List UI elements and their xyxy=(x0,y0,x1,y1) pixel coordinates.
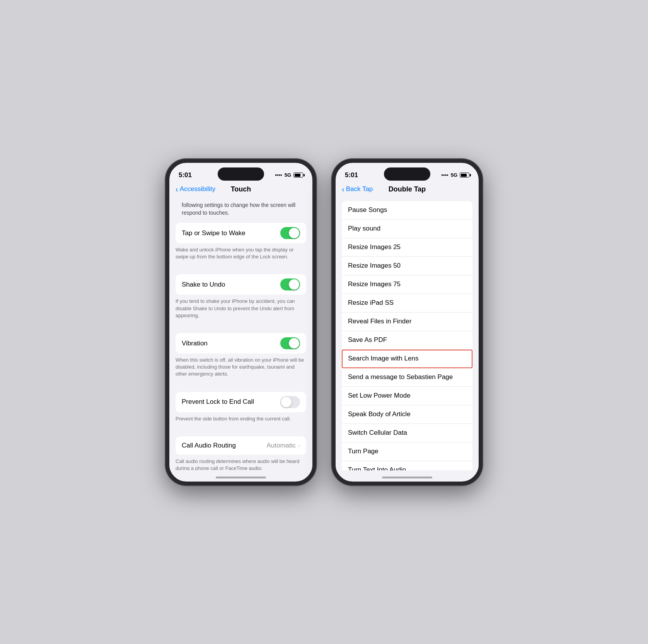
back-chevron-right: ‹ xyxy=(342,185,344,193)
group-tap-wake: Tap or Swipe to Wake Wake and unlock iPh… xyxy=(169,223,312,266)
label-turn-page: Turn Page xyxy=(348,448,379,455)
label-resize-75: Resize Images 75 xyxy=(348,280,401,288)
list-item-resize-75[interactable]: Resize Images 75 xyxy=(342,275,472,294)
battery-fill-left xyxy=(295,174,300,177)
dynamic-island-left xyxy=(218,167,264,181)
phone-left: 5:01 ▪▪▪▪ 5G ‹ Accessibility Touch follo… xyxy=(165,159,316,485)
list-item-switch-cellular[interactable]: Switch Cellular Data xyxy=(342,424,472,442)
list-item-send-message[interactable]: Send a message to Sebastien Page xyxy=(342,368,472,387)
group-prevent-lock: Prevent Lock to End Call Prevent the sid… xyxy=(169,392,312,429)
card-shake-undo: Shake to Undo xyxy=(176,274,306,295)
intro-text: following settings to change how the scr… xyxy=(169,196,312,223)
label-tap-wake: Tap or Swipe to Wake xyxy=(182,229,246,237)
home-indicator-right xyxy=(382,477,432,478)
row-vibration[interactable]: Vibration xyxy=(176,333,306,354)
row-shake-undo[interactable]: Shake to Undo xyxy=(176,274,306,295)
nav-bar-left: ‹ Accessibility Touch xyxy=(169,184,312,196)
toggle-tap-wake[interactable] xyxy=(280,227,300,239)
signal-icon-left: ▪▪▪▪ xyxy=(275,172,282,178)
list-content-right[interactable]: Pause Songs Play sound Resize Images 25 … xyxy=(336,196,479,470)
label-resize-25: Resize Images 25 xyxy=(348,243,401,251)
list-item-resize-ipad[interactable]: Resize iPad SS xyxy=(342,294,472,313)
row-prevent-lock[interactable]: Prevent Lock to End Call xyxy=(176,392,306,412)
card-vibration: Vibration xyxy=(176,333,306,354)
toggle-thumb-tap-wake xyxy=(289,228,299,238)
toggle-shake-undo[interactable] xyxy=(280,278,300,290)
time-left: 5:01 xyxy=(179,171,192,179)
network-right: 5G xyxy=(451,172,457,178)
card-prevent-lock: Prevent Lock to End Call xyxy=(176,392,306,412)
desc-vibration: When this switch is off, all vibration o… xyxy=(169,354,312,384)
dynamic-island-right xyxy=(384,167,430,181)
phone-right: 5:01 ▪▪▪▪ 5G ‹ Back Tap Double Tap Pause… xyxy=(332,159,483,485)
list-item-turn-page[interactable]: Turn Page xyxy=(342,442,472,461)
desc-prevent-lock: Prevent the side button from ending the … xyxy=(169,412,312,429)
label-send-message: Send a message to Sebastien Page xyxy=(348,373,453,381)
back-label-right: Back Tap xyxy=(346,185,373,193)
label-pause-songs: Pause Songs xyxy=(348,206,387,214)
list-top-spacer xyxy=(336,196,479,201)
nav-title-left: Touch xyxy=(231,185,251,193)
label-play-sound: Play sound xyxy=(348,225,380,232)
group-call-audio: Call Audio Routing Automatic › Call audi… xyxy=(169,436,312,470)
label-call-audio: Call Audio Routing xyxy=(182,442,236,449)
network-left: 5G xyxy=(285,172,291,178)
group-vibration: Vibration When this switch is off, all v… xyxy=(169,333,312,384)
list-item-save-pdf[interactable]: Save As PDF xyxy=(342,331,472,350)
toggle-thumb-vibration xyxy=(289,338,299,348)
toggle-vibration[interactable] xyxy=(280,337,300,349)
back-chevron-left: ‹ xyxy=(176,185,178,193)
card-tap-wake: Tap or Swipe to Wake xyxy=(176,223,306,243)
group-shake-undo: Shake to Undo If you tend to shake your … xyxy=(169,274,312,325)
label-shake-undo: Shake to Undo xyxy=(182,281,225,289)
row-tap-wake[interactable]: Tap or Swipe to Wake xyxy=(176,223,306,243)
chevron-call-audio: › xyxy=(298,442,300,449)
toggle-thumb-prevent-lock xyxy=(281,397,292,407)
list-item-speak-article[interactable]: Speak Body of Article xyxy=(342,405,472,424)
label-speak-article: Speak Body of Article xyxy=(348,410,411,418)
scroll-content-left[interactable]: following settings to change how the scr… xyxy=(169,196,312,470)
battery-icon-left xyxy=(293,173,303,178)
list-item-play-sound[interactable]: Play sound xyxy=(342,220,472,238)
back-button-left[interactable]: ‹ Accessibility xyxy=(176,185,215,193)
label-resize-ipad: Resize iPad SS xyxy=(348,299,394,307)
toggle-thumb-shake-undo xyxy=(289,279,299,290)
list-item-search-lens[interactable]: Search Image with Lens xyxy=(342,350,472,368)
label-save-pdf: Save As PDF xyxy=(348,336,387,344)
home-indicator-left xyxy=(216,477,266,478)
signal-bars-right: ▪▪▪▪ xyxy=(441,172,448,178)
label-reveal-files: Reveal Files in Finder xyxy=(348,318,411,325)
toggle-prevent-lock[interactable] xyxy=(280,396,300,408)
nav-bar-right: ‹ Back Tap Double Tap xyxy=(336,184,479,196)
desc-shake-undo: If you tend to shake your iPhone by acci… xyxy=(169,295,312,325)
back-label-left: Accessibility xyxy=(180,185,216,193)
value-call-audio: Automatic › xyxy=(266,442,300,449)
time-right: 5:01 xyxy=(345,171,358,179)
call-audio-value: Automatic xyxy=(266,442,296,449)
desc-call-audio: Call audio routing determines where audi… xyxy=(169,455,312,470)
label-prevent-lock: Prevent Lock to End Call xyxy=(182,398,254,406)
label-low-power: Set Low Power Mode xyxy=(348,392,411,400)
list-item-reveal-files[interactable]: Reveal Files in Finder xyxy=(342,313,472,331)
desc-tap-wake: Wake and unlock iPhone when you tap the … xyxy=(169,243,312,266)
status-icons-left: ▪▪▪▪ 5G xyxy=(275,172,303,178)
nav-title-right: Double Tap xyxy=(389,185,426,193)
battery-icon-right xyxy=(460,173,469,178)
label-vibration: Vibration xyxy=(182,340,208,347)
battery-fill-right xyxy=(461,174,467,177)
list-item-resize-50[interactable]: Resize Images 50 xyxy=(342,257,472,275)
list-item-resize-25[interactable]: Resize Images 25 xyxy=(342,238,472,257)
list-item-pause-songs[interactable]: Pause Songs xyxy=(342,201,472,220)
status-icons-right: ▪▪▪▪ 5G xyxy=(441,172,469,178)
list-item-low-power[interactable]: Set Low Power Mode xyxy=(342,387,472,405)
label-resize-50: Resize Images 50 xyxy=(348,262,401,270)
list-card-right: Pause Songs Play sound Resize Images 25 … xyxy=(342,201,472,470)
card-call-audio: Call Audio Routing Automatic › xyxy=(176,436,306,455)
label-search-lens: Search Image with Lens xyxy=(348,355,418,362)
row-call-audio[interactable]: Call Audio Routing Automatic › xyxy=(176,436,306,455)
list-item-turn-text-audio[interactable]: Turn Text Into Audio xyxy=(342,461,472,470)
label-switch-cellular: Switch Cellular Data xyxy=(348,429,407,437)
back-button-right[interactable]: ‹ Back Tap xyxy=(342,185,373,193)
label-turn-text-audio: Turn Text Into Audio xyxy=(348,466,406,470)
